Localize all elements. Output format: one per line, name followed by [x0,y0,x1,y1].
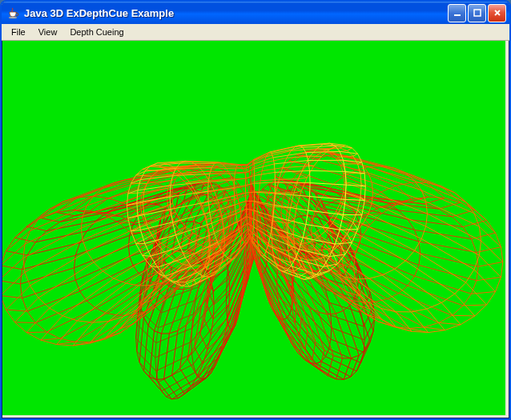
svg-line-991 [419,254,420,266]
svg-line-1808 [258,191,259,203]
svg-line-2267 [421,239,474,270]
svg-line-1602 [6,310,14,322]
svg-line-2049 [424,327,445,330]
close-button[interactable] [488,4,506,22]
svg-line-576 [169,290,183,334]
svg-line-356 [336,379,344,380]
svg-line-475 [265,265,266,270]
render-canvas[interactable] [2,41,505,415]
svg-line-2195 [429,330,445,333]
svg-line-2033 [93,322,108,323]
svg-line-18 [155,342,191,358]
svg-line-1987 [50,271,103,308]
svg-line-71 [162,372,195,391]
svg-line-1441 [251,168,252,174]
svg-line-2147 [202,203,219,206]
svg-line-2407 [348,150,353,156]
svg-line-760 [184,287,192,290]
svg-line-2174 [253,227,254,234]
svg-line-2215 [466,282,487,305]
svg-line-630 [207,334,211,350]
svg-line-2301 [382,275,427,309]
svg-line-1800 [439,315,453,322]
svg-line-2680 [340,230,357,230]
svg-line-1645 [23,244,25,258]
minimize-button[interactable] [448,4,466,22]
svg-line-14 [155,358,156,371]
svg-line-1004 [106,216,120,223]
svg-line-1286 [472,239,477,253]
svg-line-1525 [26,332,46,333]
svg-line-558 [336,314,351,358]
svg-line-1486 [297,155,301,156]
svg-line-471 [172,330,178,375]
svg-line-1042 [297,272,305,274]
svg-line-2179 [412,331,429,332]
svg-line-509 [74,255,76,268]
java-cup-icon [6,6,19,19]
svg-line-1423 [50,188,103,209]
svg-line-2206 [368,214,421,238]
svg-line-2261 [369,275,382,278]
svg-line-1612 [251,181,260,182]
svg-line-1772 [225,166,243,168]
svg-line-1660 [57,342,75,344]
svg-line-2659 [310,170,311,182]
svg-line-1842 [501,247,503,262]
svg-line-2667 [310,170,346,171]
svg-line-1179 [248,186,250,194]
svg-line-2022 [496,277,501,291]
svg-line-2348 [314,156,322,166]
svg-line-2242 [254,154,272,161]
svg-line-2173 [461,316,475,325]
menu-view[interactable]: View [32,26,64,38]
svg-line-2280 [382,269,394,275]
svg-line-1751 [26,333,41,341]
svg-line-2051 [344,182,373,192]
svg-line-1982 [139,286,151,286]
svg-line-546 [75,256,130,280]
svg-line-324 [164,375,172,379]
svg-line-1816 [25,272,30,286]
svg-line-2204 [235,205,235,214]
svg-line-2036 [317,250,328,250]
svg-line-2668 [310,183,311,197]
svg-line-2010 [235,169,235,174]
svg-line-1997 [344,174,344,183]
svg-line-431 [284,318,287,319]
svg-line-1432 [15,322,36,323]
svg-line-2165 [428,214,481,241]
svg-line-245 [156,379,164,380]
svg-line-1957 [87,252,94,262]
svg-line-1843 [57,345,74,346]
maximize-button[interactable] [468,4,486,22]
svg-line-754 [80,291,87,301]
svg-line-845 [361,234,420,253]
svg-line-1591 [472,281,477,294]
svg-line-541 [27,243,80,256]
svg-line-6 [155,343,156,358]
svg-line-2249 [455,294,475,316]
svg-line-764 [328,314,336,314]
svg-line-1322 [6,310,27,311]
svg-line-490 [336,358,343,379]
svg-line-1764 [477,277,501,280]
svg-line-1464 [307,165,344,176]
svg-line-896 [305,332,308,350]
window-controls [448,4,506,22]
svg-line-1905 [82,240,87,252]
svg-line-1914 [260,171,262,181]
svg-line-2333 [299,178,308,179]
svg-line-631 [333,355,342,358]
menu-file[interactable]: File [5,26,32,38]
svg-line-1425 [2,244,25,266]
menu-depth-cueing[interactable]: Depth Cueing [63,26,130,38]
svg-line-2259 [264,158,287,163]
svg-line-2459 [208,182,209,191]
svg-line-1956 [38,262,94,298]
svg-line-2084 [487,292,496,306]
svg-line-495 [301,215,310,216]
menubar: File View Depth Cueing [2,24,509,41]
svg-line-368 [164,334,170,379]
titlebar[interactable]: Java 3D ExDepthCue Example [2,2,509,24]
